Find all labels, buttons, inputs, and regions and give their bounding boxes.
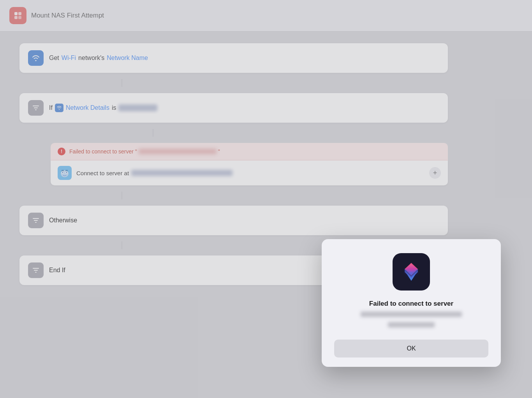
ok-button[interactable]: OK [334, 340, 488, 357]
error-modal: Failed to connect to server OK [322, 239, 501, 367]
modal-overlay: Failed to connect to server OK [0, 0, 532, 398]
modal-blurred-line1 [361, 312, 462, 317]
modal-app-icon [393, 253, 430, 291]
modal-body [361, 312, 462, 330]
modal-blurred-line2 [388, 322, 435, 328]
modal-title: Failed to connect to server [369, 300, 453, 308]
